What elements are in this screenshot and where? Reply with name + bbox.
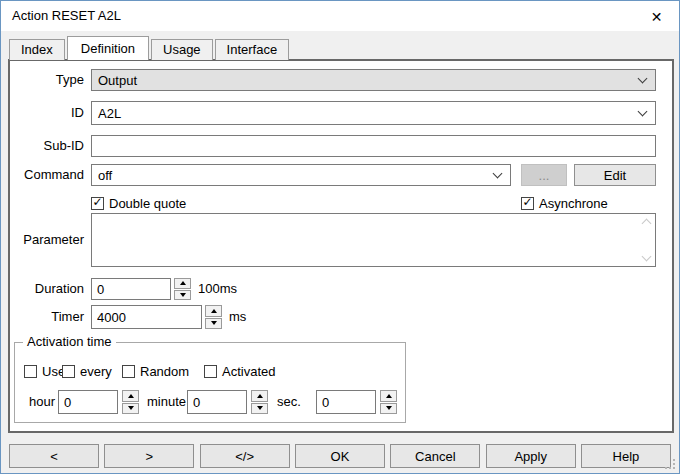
spin-up-button[interactable]	[174, 278, 191, 289]
checkbox-box	[62, 365, 75, 378]
spin-down-button[interactable]	[122, 403, 139, 415]
sec-spinner	[380, 390, 397, 414]
ok-button[interactable]: OK	[295, 444, 385, 468]
tab-usage[interactable]: Usage	[151, 39, 213, 60]
spin-down-icon	[211, 321, 217, 325]
spin-up-button[interactable]	[380, 390, 397, 402]
code-view-button[interactable]: </>	[200, 444, 290, 468]
type-value: Output	[98, 70, 137, 90]
duration-unit: 100ms	[198, 278, 237, 300]
check-icon: ✓	[522, 197, 532, 208]
duration-label: Duration	[10, 278, 84, 300]
minute-spinner	[251, 390, 268, 414]
spin-down-button[interactable]	[205, 318, 222, 330]
spin-up-icon	[180, 281, 186, 285]
checkbox-box: ✓	[91, 197, 104, 210]
checkbox-box	[204, 365, 217, 378]
duration-input[interactable]	[91, 278, 171, 300]
prev-button[interactable]: <	[9, 444, 99, 468]
close-button[interactable]: ✕	[634, 1, 679, 31]
spin-down-icon	[128, 406, 134, 410]
command-edit-button[interactable]: Edit	[574, 164, 656, 186]
chevron-down-icon	[638, 74, 648, 84]
definition-panel: Type Output ID A2L Sub-ID Command off ..…	[8, 59, 674, 433]
tab-index[interactable]: Index	[9, 39, 65, 60]
activated-checkbox[interactable]: Activated	[204, 363, 275, 379]
help-button[interactable]: Help	[581, 444, 671, 468]
minute-input[interactable]	[187, 390, 247, 414]
timer-label: Timer	[10, 305, 84, 329]
parameter-label: Parameter	[10, 213, 84, 267]
command-value: off	[98, 165, 112, 185]
scroll-up-icon	[642, 219, 652, 229]
type-label: Type	[10, 69, 84, 91]
spin-up-icon	[128, 394, 134, 398]
every-checkbox[interactable]: every	[62, 363, 112, 379]
command-select[interactable]: off	[91, 164, 511, 186]
checkbox-box	[24, 365, 37, 378]
chevron-down-icon	[638, 107, 648, 117]
command-browse-button[interactable]: ...	[521, 164, 567, 186]
activated-label: Activated	[222, 364, 275, 379]
spin-up-icon	[257, 394, 263, 398]
spin-up-button[interactable]	[122, 390, 139, 402]
sec-input[interactable]	[316, 390, 376, 414]
duration-spinner	[174, 278, 191, 300]
tab-definition[interactable]: Definition	[67, 36, 149, 60]
tab-interface[interactable]: Interface	[215, 39, 290, 60]
spin-up-button[interactable]	[205, 305, 222, 317]
spin-up-icon	[211, 309, 217, 313]
id-label: ID	[10, 101, 84, 125]
next-button[interactable]: >	[104, 444, 194, 468]
timer-unit: ms	[229, 305, 246, 329]
hour-input[interactable]	[58, 390, 118, 414]
double-quote-label: Double quote	[109, 196, 186, 211]
spin-up-icon	[386, 394, 392, 398]
parameter-textarea[interactable]	[91, 213, 656, 267]
double-quote-checkbox[interactable]: ✓ Double quote	[91, 195, 186, 211]
close-icon: ✕	[651, 9, 663, 25]
window-title: Action RESET A2L	[12, 1, 121, 31]
check-icon: ✓	[92, 197, 102, 208]
minute-label: minute	[147, 390, 186, 414]
activation-time-group: Activation time Use every Random Activat…	[14, 342, 406, 423]
hour-spinner	[122, 390, 139, 414]
timer-spinner	[205, 305, 222, 329]
sub-id-input[interactable]	[91, 135, 656, 157]
random-label: Random	[140, 364, 189, 379]
timer-input[interactable]	[91, 305, 202, 329]
spin-down-icon	[386, 406, 392, 410]
checkbox-box: ✓	[521, 197, 534, 210]
titlebar[interactable]: Action RESET A2L ✕	[1, 1, 679, 31]
checkbox-box	[122, 365, 135, 378]
grip-dots	[673, 467, 675, 469]
spin-down-button[interactable]	[174, 290, 191, 301]
scroll-down-icon	[642, 252, 652, 262]
command-label: Command	[10, 164, 84, 186]
action-dialog: Action RESET A2L ✕ Index Definition Usag…	[0, 0, 680, 474]
cancel-button[interactable]: Cancel	[390, 444, 480, 468]
resize-grip-icon[interactable]	[664, 458, 675, 469]
spin-down-button[interactable]	[380, 403, 397, 415]
use-checkbox[interactable]: Use	[24, 363, 65, 379]
footer-button-bar: < > </> OK Cancel Apply Help	[9, 444, 671, 468]
apply-button[interactable]: Apply	[486, 444, 576, 468]
sec-label: sec.	[277, 390, 301, 414]
id-value: A2L	[98, 102, 121, 124]
hour-label: hour	[29, 390, 55, 414]
id-select[interactable]: A2L	[91, 101, 656, 125]
asynchrone-checkbox[interactable]: ✓ Asynchrone	[521, 195, 608, 211]
every-label: every	[80, 364, 112, 379]
spin-down-icon	[257, 406, 263, 410]
spin-down-icon	[180, 293, 186, 297]
sub-id-label: Sub-ID	[10, 135, 84, 157]
activation-time-legend: Activation time	[23, 334, 116, 349]
asynchrone-label: Asynchrone	[539, 196, 608, 211]
chevron-down-icon	[493, 169, 503, 179]
tab-bar: Index Definition Usage Interface	[9, 36, 289, 60]
spin-up-button[interactable]	[251, 390, 268, 402]
random-checkbox[interactable]: Random	[122, 363, 189, 379]
type-select[interactable]: Output	[91, 69, 656, 91]
spin-down-button[interactable]	[251, 403, 268, 415]
